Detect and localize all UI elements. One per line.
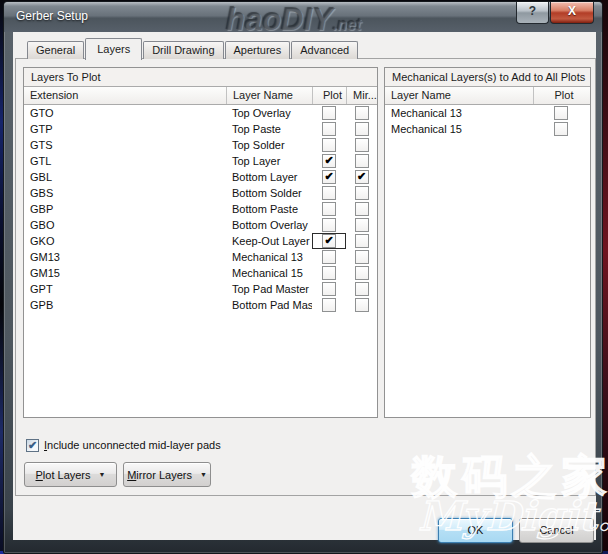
layer-name-cell: Top Pad Master: [226, 281, 312, 297]
plot-cell: ✔: [312, 233, 346, 249]
layer-name-cell: Top Layer: [226, 153, 312, 169]
mirror-checkbox[interactable]: [355, 234, 369, 248]
tab-advanced[interactable]: Advanced: [291, 41, 358, 59]
plot-checkbox[interactable]: [554, 122, 568, 136]
mirror-cell: [346, 217, 377, 233]
tab-general[interactable]: General: [27, 41, 84, 59]
plot-layers-label: Plot Layers: [36, 469, 91, 481]
plot-checkbox[interactable]: [322, 218, 336, 232]
layer-row[interactable]: GPT Top Pad Master: [24, 281, 377, 297]
mirror-checkbox[interactable]: [355, 154, 369, 168]
layer-name-cell: Bottom Solder: [226, 185, 312, 201]
plot-cell: [312, 105, 346, 121]
mirror-cell: [346, 105, 377, 121]
include-pads-label: Include unconnected mid-layer pads: [44, 439, 221, 451]
layer-row[interactable]: GPB Bottom Pad Master: [24, 297, 377, 313]
layer-row[interactable]: GM13 Mechanical 13: [24, 249, 377, 265]
layer-row[interactable]: GTP Top Paste: [24, 121, 377, 137]
layer-name-cell: Mechanical 13: [226, 249, 312, 265]
layer-row[interactable]: GM15 Mechanical 15: [24, 265, 377, 281]
title-bar[interactable]: Gerber Setup: [4, 2, 602, 32]
plot-checkbox[interactable]: [322, 186, 336, 200]
mirror-checkbox[interactable]: ✔: [355, 170, 369, 184]
plot-checkbox[interactable]: ✔: [322, 154, 336, 168]
plot-cell: [312, 297, 346, 313]
mirror-checkbox[interactable]: [355, 250, 369, 264]
layer-name-cell: Bottom Paste: [226, 201, 312, 217]
window-title: Gerber Setup: [16, 2, 88, 31]
layer-row[interactable]: GBL Bottom Layer ✔ ✔: [24, 169, 377, 185]
column-plot[interactable]: Plot: [533, 87, 588, 104]
mirror-checkbox[interactable]: [355, 218, 369, 232]
plot-layers-button[interactable]: Plot Layers ▼: [24, 462, 117, 487]
extension-cell: GPT: [24, 281, 226, 297]
right-column-header: Layer Name Plot: [385, 87, 590, 105]
column-extension[interactable]: Extension: [24, 87, 226, 104]
plot-cell: [312, 265, 346, 281]
left-column-header: Extension Layer Name Plot Mir...: [24, 87, 377, 105]
mirror-cell: [346, 249, 377, 265]
extension-cell: GM15: [24, 265, 226, 281]
mirror-checkbox[interactable]: [355, 186, 369, 200]
column-mirror[interactable]: Mir...: [346, 87, 377, 104]
extension-cell: GTL: [24, 153, 226, 169]
help-button[interactable]: ?: [516, 2, 549, 24]
mirror-checkbox[interactable]: [355, 298, 369, 312]
plot-cell: [312, 217, 346, 233]
column-layer-name[interactable]: Layer Name: [226, 87, 312, 104]
layer-row[interactable]: GBP Bottom Paste: [24, 201, 377, 217]
plot-cell: ✔: [312, 153, 346, 169]
layer-row[interactable]: GBS Bottom Solder: [24, 185, 377, 201]
mirror-checkbox[interactable]: [355, 266, 369, 280]
plot-checkbox[interactable]: [322, 282, 336, 296]
layer-row[interactable]: GTS Top Solder: [24, 137, 377, 153]
layer-name-cell: Bottom Layer: [226, 169, 312, 185]
mirror-cell: [346, 121, 377, 137]
plot-checkbox[interactable]: [322, 250, 336, 264]
tab-strip: GeneralLayersDrill DrawingAperturesAdvan…: [27, 37, 359, 59]
plot-checkbox[interactable]: ✔: [322, 170, 336, 184]
plot-checkbox[interactable]: [322, 138, 336, 152]
tab-layers[interactable]: Layers: [85, 38, 142, 60]
mechanical-layers-title: Mechanical Layers(s) to Add to All Plots: [385, 68, 590, 87]
plot-checkbox[interactable]: [554, 106, 568, 120]
mechanical-layer-row[interactable]: Mechanical 13: [385, 105, 590, 121]
gerber-setup-dialog: Gerber Setup ? X GeneralLayersDrill Draw…: [3, 1, 603, 554]
close-button[interactable]: X: [550, 2, 594, 24]
layers-to-plot-title: Layers To Plot: [24, 68, 377, 87]
layer-name-cell: Top Paste: [226, 121, 312, 137]
layer-row[interactable]: GTO Top Overlay: [24, 105, 377, 121]
layer-row[interactable]: GTL Top Layer ✔: [24, 153, 377, 169]
plot-checkbox[interactable]: [322, 202, 336, 216]
column-plot[interactable]: Plot: [312, 87, 346, 104]
extension-cell: GTS: [24, 137, 226, 153]
tab-drill-drawing[interactable]: Drill Drawing: [143, 41, 223, 59]
mirror-cell: [346, 153, 377, 169]
mirror-cell: ✔: [346, 169, 377, 185]
include-pads-checkbox[interactable]: ✔: [26, 439, 39, 452]
column-layer-name[interactable]: Layer Name: [385, 87, 533, 104]
plot-checkbox[interactable]: ✔: [322, 234, 336, 248]
mechanical-layer-row[interactable]: Mechanical 15: [385, 121, 590, 137]
plot-cell: [533, 105, 588, 121]
mirror-checkbox[interactable]: [355, 138, 369, 152]
plot-checkbox[interactable]: [322, 122, 336, 136]
layer-name-cell: Bottom Pad Master: [226, 297, 312, 313]
ok-button[interactable]: OK: [438, 518, 513, 543]
layer-row[interactable]: GBO Bottom Overlay: [24, 217, 377, 233]
layers-to-plot-panel: Layers To Plot Extension Layer Name Plot…: [23, 67, 378, 418]
mirror-checkbox[interactable]: [355, 122, 369, 136]
mirror-checkbox[interactable]: [355, 106, 369, 120]
mirror-checkbox[interactable]: [355, 202, 369, 216]
mirror-layers-button[interactable]: Mirror Layers ▼: [123, 462, 211, 487]
layers-table-body: GTO Top Overlay GTP Top Paste GTS: [24, 105, 377, 313]
layer-name-cell: Top Overlay: [226, 105, 312, 121]
plot-checkbox[interactable]: [322, 298, 336, 312]
tab-apertures[interactable]: Apertures: [225, 41, 291, 59]
plot-checkbox[interactable]: [322, 266, 336, 280]
mirror-checkbox[interactable]: [355, 282, 369, 296]
layer-row[interactable]: GKO Keep-Out Layer ✔: [24, 233, 377, 249]
plot-checkbox[interactable]: [322, 106, 336, 120]
extension-cell: GBO: [24, 217, 226, 233]
cancel-button[interactable]: Cancel: [519, 518, 594, 543]
